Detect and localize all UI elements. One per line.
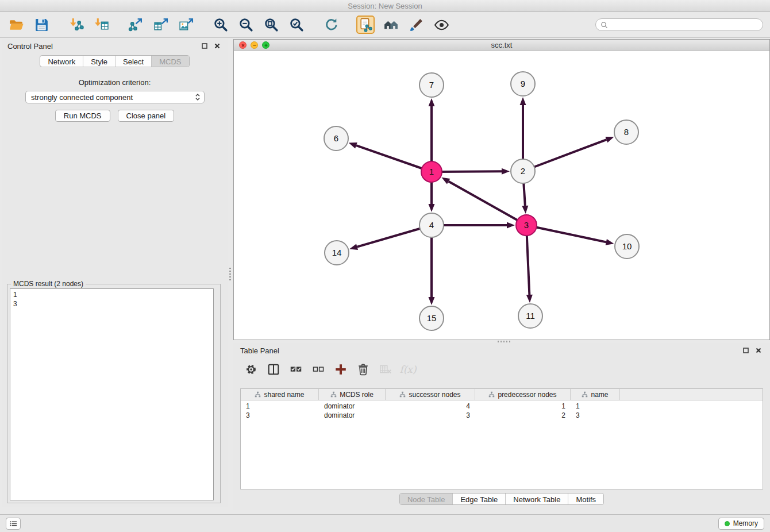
column-header-label: MCDS role <box>340 391 374 399</box>
vertical-splitter[interactable] <box>228 39 233 510</box>
tab-mcds[interactable]: MCDS <box>152 56 188 67</box>
graph-edge-arrowhead <box>349 142 357 148</box>
network-canvas[interactable]: 7968124314101511 <box>234 51 769 340</box>
tab-node-table[interactable]: Node Table <box>400 494 453 504</box>
tab-network[interactable]: Network <box>40 56 83 67</box>
zoom-selected-icon[interactable] <box>287 16 306 34</box>
close-panel-icon[interactable] <box>213 41 222 51</box>
delete-row-icon[interactable] <box>355 361 372 378</box>
table-tabs: Node TableEdge TableNetwork TableMotifs <box>399 493 604 505</box>
close-table-panel-icon[interactable] <box>754 346 763 355</box>
graph-edge-arrowhead <box>441 178 450 184</box>
table-cell[interactable]: 1 <box>475 402 571 410</box>
select-all-icon[interactable] <box>287 361 305 378</box>
table-cell[interactable]: 3 <box>386 411 475 419</box>
mcds-result-title: MCDS result (2 nodes) <box>11 280 86 288</box>
run-mcds-button[interactable]: Run MCDS <box>55 110 110 122</box>
toolbar-group <box>7 16 51 34</box>
gear-icon[interactable] <box>242 361 260 378</box>
zoom-fit-icon[interactable] <box>262 16 280 34</box>
column-header-filler <box>620 389 763 400</box>
task-history-button[interactable] <box>6 518 21 530</box>
first-neighbors-icon[interactable] <box>382 16 400 34</box>
search-input[interactable] <box>611 21 758 29</box>
table-panel: Table Panel f(x) shared nameMCDS rolesuc… <box>233 343 770 510</box>
tab-motifs[interactable]: Motifs <box>568 494 603 504</box>
float-table-panel-icon[interactable] <box>741 346 750 355</box>
save-session-icon[interactable] <box>32 16 51 34</box>
memory-button[interactable]: Memory <box>718 518 764 530</box>
table-row[interactable]: 1dominator411 <box>241 402 763 411</box>
refresh-layout-icon[interactable] <box>322 16 340 34</box>
optimization-criterion-label: Optimization criterion: <box>2 78 228 87</box>
open-session-icon[interactable] <box>7 16 25 34</box>
table-cell[interactable]: dominator <box>319 411 386 419</box>
column-menu-icon[interactable] <box>255 391 261 398</box>
export-image-icon[interactable] <box>177 16 195 34</box>
column-header-shared-name[interactable]: shared name <box>241 389 319 400</box>
show-hide-icon[interactable] <box>432 16 451 34</box>
table-cell[interactable]: 2 <box>475 411 571 419</box>
status-bar: Memory <box>0 514 770 532</box>
graph-edge-arrowhead <box>507 222 515 229</box>
column-menu-icon[interactable] <box>582 391 588 398</box>
column-header-predecessor-nodes[interactable]: predecessor nodes <box>475 389 571 400</box>
apply-style-icon[interactable] <box>407 16 425 34</box>
combo-arrows-icon <box>195 92 201 102</box>
export-network-icon[interactable] <box>126 16 145 34</box>
network-graph[interactable]: 7968124314101511 <box>234 51 769 340</box>
column-header-label: predecessor nodes <box>498 391 556 399</box>
table-cell[interactable]: dominator <box>319 402 386 410</box>
table-toolbar: f(x) <box>242 361 417 378</box>
delete-column-icon <box>377 361 394 378</box>
import-table-icon[interactable] <box>92 16 110 34</box>
table-cell[interactable]: 1 <box>571 402 620 410</box>
search-box[interactable] <box>595 18 763 31</box>
zoom-in-icon[interactable] <box>211 16 230 34</box>
import-network-icon[interactable] <box>67 16 85 34</box>
graph-edge-2-8[interactable] <box>523 140 606 171</box>
deselect-all-icon[interactable] <box>310 361 327 378</box>
zoom-out-icon[interactable] <box>237 16 255 34</box>
graph-edge-arrowhead <box>502 168 510 175</box>
column-header-successor-nodes[interactable]: successor nodes <box>386 389 475 400</box>
mcds-result-list[interactable]: 13 <box>10 288 214 500</box>
table-cell[interactable]: 1 <box>241 402 319 410</box>
column-menu-icon[interactable] <box>488 391 495 398</box>
window-title: Session: New Session <box>0 0 770 12</box>
graph-edge-3-10[interactable] <box>526 225 606 242</box>
graph-edge-arrowhead <box>429 204 435 212</box>
table-cell[interactable]: 3 <box>241 411 319 419</box>
column-menu-icon[interactable] <box>330 391 337 398</box>
window-minimize-icon[interactable] <box>251 41 258 49</box>
table-row[interactable]: 3dominator323 <box>241 411 763 420</box>
graph-edge-1-6[interactable] <box>356 145 432 172</box>
graph-edge-arrowhead <box>429 297 435 305</box>
column-header-name[interactable]: name <box>571 389 620 400</box>
column-header-MCDS-role[interactable]: MCDS role <box>319 389 386 400</box>
graph-edge-3-1[interactable] <box>449 182 526 225</box>
close-panel-button[interactable]: Close panel <box>118 110 175 122</box>
node-table: shared nameMCDS rolesuccessor nodesprede… <box>240 388 763 489</box>
table-cell[interactable]: 3 <box>571 411 620 419</box>
export-table-icon[interactable] <box>152 16 170 34</box>
tab-select[interactable]: Select <box>116 56 152 67</box>
float-panel-icon[interactable] <box>200 41 209 51</box>
graph-edge-arrowhead <box>605 137 614 142</box>
graph-edge-arrowhead <box>606 239 614 245</box>
table-header-row: shared nameMCDS rolesuccessor nodesprede… <box>241 389 763 400</box>
tab-style[interactable]: Style <box>83 56 116 67</box>
table-cell[interactable]: 4 <box>386 402 475 410</box>
window-close-icon[interactable] <box>239 41 247 49</box>
column-menu-icon[interactable] <box>399 391 406 398</box>
tab-network-table[interactable]: Network Table <box>506 494 568 504</box>
tab-edge-table[interactable]: Edge Table <box>453 494 506 504</box>
add-row-icon[interactable] <box>332 361 349 378</box>
network-window-titlebar[interactable]: scc.txt <box>234 40 769 51</box>
optimization-criterion-select[interactable]: strongly connected component <box>25 91 205 103</box>
toolbar-group <box>356 16 451 34</box>
toolbar-group <box>67 16 110 34</box>
split-columns-icon[interactable] <box>265 361 282 378</box>
clone-network-icon[interactable] <box>356 16 375 34</box>
window-zoom-icon[interactable] <box>262 41 270 49</box>
